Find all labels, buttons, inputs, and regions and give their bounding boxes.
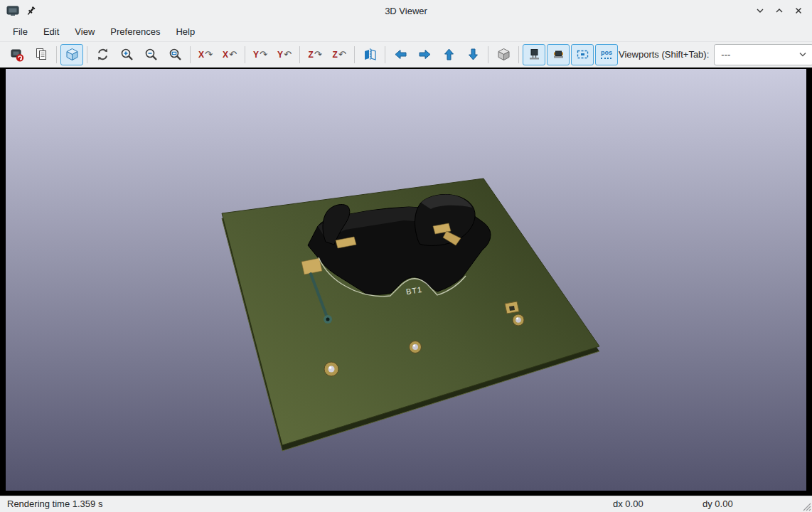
toolbar-separator: [385, 46, 385, 63]
dx-readout: dx 0.00: [613, 498, 643, 509]
copy-image-button[interactable]: [30, 44, 53, 65]
rotate-z-cw-icon: Z↷: [308, 50, 321, 59]
rotate-z-ccw-button[interactable]: Z↶: [328, 44, 351, 65]
viewports-value: ---: [721, 49, 799, 60]
menu-view[interactable]: View: [67, 23, 102, 40]
through-hole: [410, 341, 422, 353]
window-title: 3D Viewer: [0, 6, 812, 16]
move-down-icon: [466, 48, 480, 61]
rotate-z-ccw-icon: Z↶: [332, 50, 346, 59]
virtual-models-icon: [576, 48, 589, 61]
zoom-in-icon: [120, 48, 134, 61]
3d-scene: BT1: [6, 69, 806, 491]
zoom-fit-button[interactable]: [164, 44, 186, 65]
zoom-fit-icon: [169, 48, 182, 61]
rendering-time: Rendering time 1.359 s: [7, 498, 102, 509]
rotate-y-ccw-button[interactable]: Y↶: [273, 44, 296, 65]
flip-board-icon: [363, 48, 377, 61]
resize-grip[interactable]: [801, 501, 811, 511]
window-controls: [754, 4, 812, 17]
move-up-button[interactable]: [437, 44, 460, 65]
toolbar-separator: [488, 46, 488, 63]
chevron-down-icon: [756, 6, 764, 15]
statusbar: Rendering time 1.359 s dx 0.00 dy 0.00: [0, 496, 812, 512]
menu-preferences[interactable]: Preferences: [102, 23, 168, 40]
toolbar-separator: [518, 46, 519, 63]
toolbar-separator: [354, 46, 355, 63]
square-pad-hole: [505, 302, 519, 314]
titlebar[interactable]: 3D Viewer: [0, 0, 812, 21]
smd-models-icon: [552, 48, 565, 61]
redraw-button[interactable]: [91, 44, 114, 65]
viewports-dropdown[interactable]: ---: [714, 44, 812, 65]
move-down-button[interactable]: [461, 44, 484, 65]
toolbar: X↷ X↶ Y↷ Y↶ Z↷ Z↶: [0, 41, 812, 68]
rotate-x-cw-button[interactable]: X↷: [194, 44, 217, 65]
flip-board-button[interactable]: [358, 44, 381, 65]
reload-board-icon: [10, 48, 24, 62]
mounting-hole: [324, 362, 338, 376]
render-cube-icon: [65, 48, 79, 61]
move-left-button[interactable]: [389, 44, 412, 65]
toggle-smd-models-button[interactable]: [547, 44, 570, 65]
rotate-x-cw-icon: X↷: [198, 50, 213, 59]
move-up-icon: [442, 48, 456, 61]
ortho-projection-button[interactable]: [492, 44, 515, 65]
toolbar-separator: [299, 46, 300, 63]
move-left-icon: [394, 48, 407, 61]
chevron-up-icon: [775, 6, 784, 15]
toolbar-separator: [245, 46, 245, 63]
toolbar-separator: [190, 46, 191, 63]
viewports-label: Viewports (Shift+Tab):: [619, 49, 714, 60]
menubar: File Edit View Preferences Help: [0, 21, 812, 41]
dy-readout: dy 0.00: [703, 498, 733, 509]
redraw-icon: [96, 48, 109, 61]
app-icon: [6, 5, 19, 16]
chevron-down-icon: [799, 52, 806, 57]
round-pad-hole: [513, 314, 524, 326]
move-right-icon: [418, 48, 432, 61]
toggle-dnp-models-button[interactable]: pos: [595, 44, 618, 65]
close-icon: [794, 6, 803, 15]
menu-edit[interactable]: Edit: [36, 23, 67, 40]
window-maximize-button[interactable]: [773, 4, 786, 17]
th-models-icon: [528, 48, 541, 61]
zoom-out-button[interactable]: [139, 44, 162, 65]
raytracing-toggle-button[interactable]: [60, 44, 83, 65]
window-close-button[interactable]: [792, 4, 805, 17]
toggle-th-models-button[interactable]: [523, 44, 545, 65]
reload-board-button[interactable]: [6, 44, 28, 65]
copy-icon: [35, 48, 48, 61]
menu-help[interactable]: Help: [168, 23, 203, 40]
toggle-virtual-models-button[interactable]: [571, 44, 594, 65]
rotate-x-ccw-button[interactable]: X↶: [218, 44, 241, 65]
rotate-y-cw-icon: Y↷: [253, 50, 267, 59]
move-right-button[interactable]: [413, 44, 436, 65]
ortho-cube-icon: [497, 48, 511, 61]
zoom-in-button[interactable]: [115, 44, 138, 65]
window-minimize-button[interactable]: [754, 4, 766, 17]
rotate-y-cw-button[interactable]: Y↷: [249, 44, 272, 65]
rotate-z-cw-button[interactable]: Z↷: [304, 44, 326, 65]
rotate-y-ccw-icon: Y↶: [277, 50, 292, 59]
zoom-out-icon: [144, 48, 158, 61]
rotate-x-ccw-icon: X↶: [223, 50, 237, 59]
pin-icon: [26, 6, 36, 16]
menu-file[interactable]: File: [5, 23, 36, 40]
3d-viewport[interactable]: BT1: [0, 68, 812, 496]
dnp-models-icon: pos: [601, 50, 612, 59]
toolbar-separator: [87, 46, 87, 63]
titlebar-left: [0, 5, 36, 16]
toolbar-separator: [56, 46, 57, 63]
